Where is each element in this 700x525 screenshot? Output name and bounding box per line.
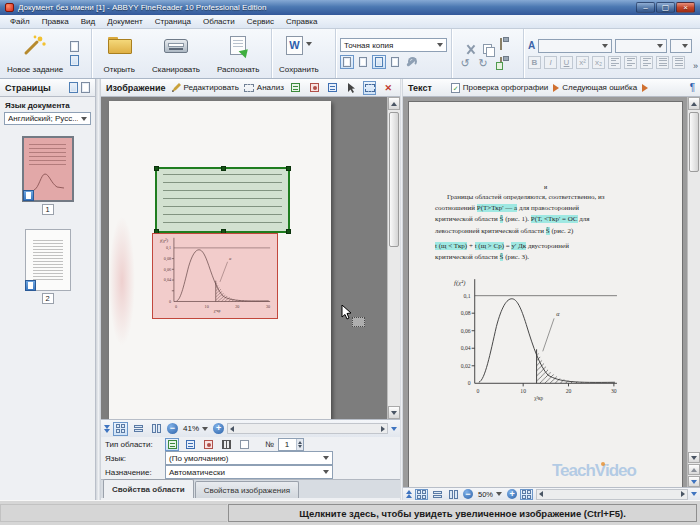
- scrollbar-thumb[interactable]: [689, 112, 699, 172]
- underline-button[interactable]: U: [560, 56, 573, 69]
- undo-button[interactable]: ↺: [460, 58, 469, 69]
- minimize-button[interactable]: –: [636, 2, 655, 13]
- view-split-button[interactable]: [415, 489, 428, 500]
- tab-image-properties[interactable]: Свойства изображения: [195, 481, 299, 498]
- recognized-page[interactable]: и Границы областей определяются, соответ…: [408, 101, 683, 487]
- view-split-button[interactable]: [113, 422, 128, 436]
- panel-menu-icon[interactable]: [691, 492, 697, 496]
- spellcheck-button[interactable]: ✓ Проверка орфографии: [451, 83, 548, 93]
- status-message[interactable]: Щелкните здесь, чтобы увидеть увеличенно…: [228, 504, 697, 522]
- align-justify-button[interactable]: [656, 56, 669, 69]
- align-left-button[interactable]: [608, 56, 621, 69]
- image-area-region[interactable]: f(χ²) 0,1 0,08 0,06 0,04 0 0 10 20 30 χ²…: [152, 233, 278, 319]
- scroll-up-button[interactable]: [388, 97, 400, 110]
- menu-item-document[interactable]: Документ: [101, 15, 149, 28]
- draw-text-area-button[interactable]: [289, 81, 303, 95]
- image-viewer[interactable]: f(χ²) 0,1 0,08 0,06 0,04 0 0 10 20 30 χ²…: [101, 97, 400, 419]
- zoom-in-button[interactable]: +: [213, 423, 224, 434]
- zoom-level-select[interactable]: 50%: [476, 490, 504, 499]
- menu-item-areas[interactable]: Области: [197, 15, 241, 28]
- paste-button[interactable]: [500, 39, 502, 49]
- copy-page-icon[interactable]: [70, 41, 79, 52]
- view-horizontal-button[interactable]: [131, 422, 146, 436]
- font-style-select[interactable]: [615, 39, 667, 53]
- scrollbar-thumb[interactable]: [389, 112, 399, 247]
- scan-button[interactable]: Сканировать: [149, 32, 203, 76]
- draw-image-area-button[interactable]: [307, 81, 321, 95]
- page-number-2[interactable]: 2: [42, 293, 54, 304]
- toolbar-overflow-button[interactable]: »: [693, 61, 698, 71]
- delete-area-button[interactable]: ✕: [381, 81, 395, 95]
- draw-table-area-button[interactable]: [326, 81, 340, 95]
- add-page-icon[interactable]: [81, 82, 90, 93]
- font-family-select[interactable]: [538, 39, 612, 53]
- menu-item-page[interactable]: Страница: [149, 15, 197, 28]
- area-type-barcode-button[interactable]: [219, 438, 233, 451]
- document-language-select[interactable]: Английский; Русс...: [4, 112, 91, 125]
- maximize-button[interactable]: ▢: [656, 2, 675, 13]
- zoom-out-button[interactable]: −: [463, 489, 473, 499]
- collapse-icon[interactable]: [406, 490, 412, 498]
- new-task-button[interactable]: Новое задание: [4, 32, 66, 76]
- close-button[interactable]: ×: [676, 2, 695, 13]
- recognition-area-button[interactable]: [363, 81, 377, 95]
- zoom-out-button[interactable]: −: [167, 423, 178, 434]
- recognize-button[interactable]: Распознать: [214, 32, 262, 76]
- select-tool-button[interactable]: [344, 81, 358, 95]
- layout-editable-button[interactable]: [356, 55, 370, 69]
- menu-item-view[interactable]: Вид: [75, 15, 101, 28]
- area-number-spinner[interactable]: 1: [278, 438, 304, 451]
- view-vertical-button[interactable]: [447, 489, 460, 500]
- bold-button[interactable]: B: [528, 56, 541, 69]
- area-purpose-select[interactable]: Автоматически: [165, 465, 333, 479]
- text-viewer[interactable]: и Границы областей определяются, соответ…: [403, 97, 700, 487]
- previous-page-button[interactable]: [688, 464, 700, 475]
- options-button[interactable]: [404, 55, 418, 69]
- edit-image-button[interactable]: Редактировать: [171, 83, 239, 93]
- page-thumbnail-1[interactable]: [22, 136, 74, 202]
- save-dropdown-arrow[interactable]: [306, 42, 312, 46]
- superscript-button[interactable]: x²: [576, 56, 589, 69]
- fit-page-button[interactable]: [520, 489, 533, 500]
- layout-text-button[interactable]: [372, 55, 386, 69]
- layout-plain-button[interactable]: [388, 55, 402, 69]
- panel-menu-icon[interactable]: [391, 427, 397, 431]
- menu-item-tools[interactable]: Сервис: [241, 15, 280, 28]
- redo-button[interactable]: ↻: [478, 58, 487, 69]
- page-thumbnail-2[interactable]: [25, 229, 71, 291]
- scroll-up-button[interactable]: [688, 97, 700, 110]
- analyze-button[interactable]: Анализ: [244, 83, 284, 92]
- duplicate-page-icon[interactable]: [70, 55, 79, 66]
- mode-select[interactable]: Точная копия: [340, 38, 447, 52]
- text-horizontal-scrollbar[interactable]: [536, 489, 688, 500]
- scroll-down-button[interactable]: [388, 406, 400, 419]
- area-type-recognition-button[interactable]: [237, 438, 251, 451]
- align-center-button[interactable]: [624, 56, 637, 69]
- view-vertical-button[interactable]: [149, 422, 164, 436]
- text-vertical-scrollbar[interactable]: [687, 97, 700, 487]
- image-vertical-scrollbar[interactable]: [387, 97, 400, 419]
- paste-special-button[interactable]: [500, 58, 502, 68]
- collapse-icon[interactable]: [104, 425, 110, 433]
- save-button[interactable]: W Сохранить: [276, 32, 322, 76]
- subscript-button[interactable]: x₂: [592, 56, 605, 69]
- error-nav-icon[interactable]: [642, 84, 648, 92]
- text-area-region[interactable]: [155, 167, 290, 233]
- area-language-select[interactable]: (По умолчанию): [165, 451, 333, 465]
- area-type-image-button[interactable]: [201, 438, 215, 451]
- page-number-1[interactable]: 1: [42, 204, 54, 215]
- save-pages-icon[interactable]: [69, 82, 78, 93]
- zoom-level-select[interactable]: 41%: [181, 424, 210, 433]
- italic-button[interactable]: I: [544, 56, 557, 69]
- font-size-select[interactable]: [670, 39, 692, 53]
- open-button[interactable]: Открыть: [101, 32, 138, 76]
- layout-exact-button[interactable]: [340, 55, 354, 69]
- area-type-text-button[interactable]: [165, 438, 179, 451]
- menu-item-file[interactable]: Файл: [4, 15, 36, 28]
- next-error-button[interactable]: Следующая ошибка: [553, 83, 637, 92]
- view-horizontal-button[interactable]: [431, 489, 444, 500]
- pilcrow-button[interactable]: ¶: [690, 82, 695, 93]
- scroll-down-button[interactable]: [688, 452, 700, 463]
- line-spacing-button[interactable]: [672, 56, 685, 69]
- align-right-button[interactable]: [640, 56, 653, 69]
